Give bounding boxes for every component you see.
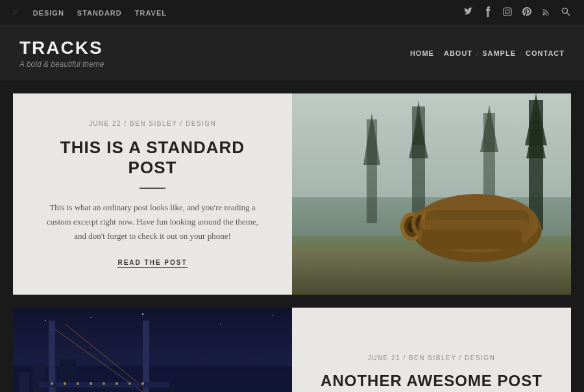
top-nav: // DESIGN STANDARD TRAVEL bbox=[0, 0, 584, 26]
post-title-1: THIS IS A STANDARD POST bbox=[45, 138, 260, 178]
main-nav-sample[interactable]: SAMPLE bbox=[482, 49, 516, 57]
pinterest-icon[interactable] bbox=[522, 6, 532, 19]
read-post-link-1[interactable]: READ THE POST bbox=[117, 259, 187, 268]
top-nav-right bbox=[463, 6, 571, 19]
svg-rect-0 bbox=[504, 8, 511, 16]
svg-point-1 bbox=[505, 10, 509, 14]
site-branding: TRACKS A bold & beautiful theme bbox=[19, 38, 104, 69]
post-row-2: JUNE 21 / BEN SIBLEY / DESIGN ANOTHER AW… bbox=[13, 308, 571, 392]
nav-item-travel[interactable]: TRAVEL bbox=[135, 9, 167, 17]
post-text-card-1: JUNE 22 / BEN SIBLEY / DESIGN THIS IS A … bbox=[13, 93, 292, 295]
post-image-1 bbox=[292, 93, 571, 295]
main-nav-home[interactable]: HOME bbox=[410, 49, 434, 57]
facebook-icon[interactable] bbox=[483, 6, 493, 19]
post-row-1: JUNE 22 / BEN SIBLEY / DESIGN THIS IS A … bbox=[13, 93, 571, 295]
nav-item-standard[interactable]: STANDARD bbox=[77, 9, 122, 17]
svg-line-5 bbox=[567, 13, 570, 16]
svg-point-4 bbox=[563, 8, 568, 13]
top-nav-left: // DESIGN STANDARD TRAVEL bbox=[13, 8, 167, 18]
nav-sep-3: / bbox=[520, 49, 522, 57]
nav-item-design[interactable]: DESIGN bbox=[33, 9, 64, 17]
site-tagline: A bold & beautiful theme bbox=[19, 60, 104, 69]
post-meta-2: JUNE 21 / BEN SIBLEY / DESIGN bbox=[368, 354, 496, 361]
nav-sep-1: / bbox=[438, 49, 440, 57]
rss-icon[interactable] bbox=[541, 6, 552, 19]
post-meta-1: JUNE 22 / BEN SIBLEY / DESIGN bbox=[89, 120, 217, 127]
main-nav-about[interactable]: ABOUT bbox=[444, 49, 472, 57]
post-excerpt-1: This is what an ordinary post looks like… bbox=[45, 201, 260, 243]
main-nav: HOME / ABOUT / SAMPLE / CONTACT bbox=[410, 49, 565, 57]
post-image-2 bbox=[13, 308, 292, 392]
main-nav-contact[interactable]: CONTACT bbox=[526, 49, 565, 57]
svg-rect-30 bbox=[422, 230, 522, 249]
svg-point-2 bbox=[509, 9, 510, 10]
svg-rect-60 bbox=[13, 308, 292, 392]
post-text-card-2: JUNE 21 / BEN SIBLEY / DESIGN ANOTHER AW… bbox=[292, 308, 571, 392]
site-header: TRACKS A bold & beautiful theme HOME / A… bbox=[0, 26, 584, 80]
nav-sep-2: / bbox=[476, 49, 478, 57]
main-content: JUNE 22 / BEN SIBLEY / DESIGN THIS IS A … bbox=[0, 80, 584, 392]
site-title: TRACKS bbox=[19, 38, 104, 58]
post-title-2: ANOTHER AWESOME POST bbox=[321, 372, 542, 391]
post-divider-1 bbox=[140, 188, 165, 189]
search-icon[interactable] bbox=[561, 6, 571, 19]
top-nav-divider: // bbox=[13, 8, 18, 18]
instagram-icon[interactable] bbox=[502, 6, 513, 19]
svg-point-3 bbox=[543, 13, 545, 15]
twitter-icon[interactable] bbox=[463, 6, 474, 19]
